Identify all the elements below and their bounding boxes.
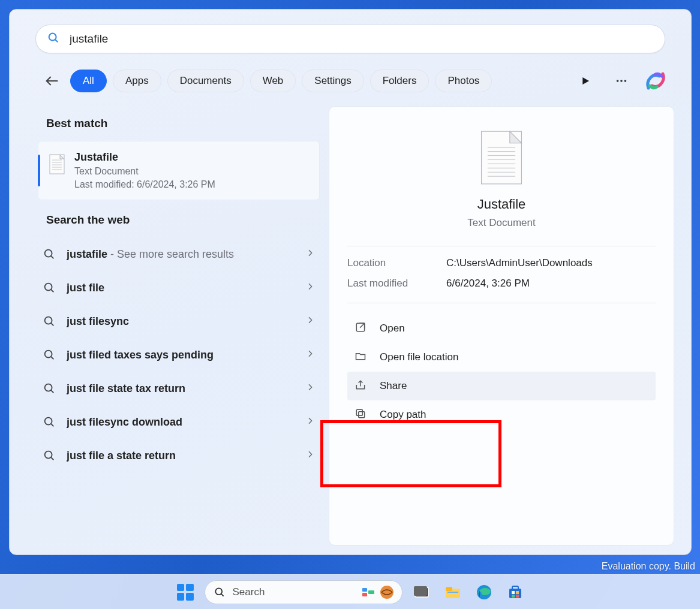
- file-explorer-icon[interactable]: [441, 580, 465, 604]
- web-suggestion[interactable]: just filed taxes says pending: [38, 338, 320, 372]
- suggestion-text: justafile - See more search results: [67, 248, 305, 261]
- chevron-right-icon: [305, 450, 315, 462]
- suggestion-text: just file a state return: [67, 450, 305, 462]
- suggestion-text: just filesync download: [67, 416, 305, 429]
- divider: [347, 246, 656, 246]
- svg-rect-42: [356, 409, 362, 415]
- result-modified: Last modified: 6/6/2024, 3:26 PM: [74, 179, 215, 190]
- web-suggestion[interactable]: just filesync download: [38, 405, 320, 439]
- web-suggestion[interactable]: just file state tax return: [38, 372, 320, 405]
- taskbar-search[interactable]: Search: [205, 580, 402, 604]
- meta-value: 6/6/2024, 3:26 PM: [446, 278, 656, 290]
- search-input[interactable]: [70, 32, 654, 46]
- svg-line-25: [51, 424, 53, 426]
- filter-row: AllAppsDocumentsWebSettingsFoldersPhotos: [19, 69, 682, 93]
- open-icon: [354, 321, 380, 336]
- meta-label: Last modified: [347, 278, 446, 290]
- result-title: Justafile: [74, 151, 215, 164]
- svg-marker-3: [582, 77, 589, 85]
- action-label: Open file location: [380, 351, 458, 363]
- task-view-icon[interactable]: [410, 580, 434, 604]
- filter-chip-web[interactable]: Web: [250, 70, 296, 92]
- svg-rect-46: [362, 593, 367, 596]
- filter-chip-settings[interactable]: Settings: [302, 70, 363, 92]
- svg-rect-51: [414, 586, 427, 596]
- svg-point-48: [380, 586, 393, 599]
- svg-point-0: [49, 34, 56, 41]
- search-icon: [214, 586, 226, 598]
- best-match-heading: Best match: [46, 117, 320, 130]
- svg-rect-45: [362, 588, 367, 592]
- svg-point-4: [617, 80, 619, 82]
- search-icon: [43, 315, 56, 328]
- filter-chip-all[interactable]: All: [70, 70, 107, 92]
- search-panel: AllAppsDocumentsWebSettingsFoldersPhotos…: [9, 9, 692, 555]
- filter-chip-apps[interactable]: Apps: [113, 70, 161, 92]
- folder-icon: [354, 350, 380, 365]
- meta-label: Location: [347, 257, 446, 269]
- filter-chip-photos[interactable]: Photos: [435, 70, 492, 92]
- chevron-right-icon: [305, 416, 315, 428]
- search-box[interactable]: [35, 25, 665, 53]
- svg-point-22: [45, 384, 52, 391]
- search-highlights-icon: [361, 584, 395, 600]
- copilot-icon[interactable]: [644, 69, 668, 93]
- meta-row: Last modified 6/6/2024, 3:26 PM: [347, 278, 656, 290]
- svg-rect-59: [516, 591, 519, 594]
- search-icon: [43, 415, 56, 429]
- back-button[interactable]: [44, 73, 61, 89]
- chat-launch-icon[interactable]: [576, 72, 594, 90]
- svg-point-6: [624, 80, 627, 82]
- web-suggestion[interactable]: just file a state return: [38, 439, 320, 472]
- svg-rect-61: [516, 595, 519, 598]
- svg-rect-58: [512, 591, 515, 594]
- svg-line-39: [360, 323, 365, 328]
- meta-row: Location C:\Users\AdminUser\Downloads: [347, 257, 656, 269]
- copy-icon: [354, 408, 380, 423]
- edge-icon[interactable]: [472, 580, 496, 604]
- svg-point-18: [45, 317, 52, 324]
- suggestion-text: just filesync: [67, 315, 305, 328]
- chevron-right-icon: [305, 382, 315, 394]
- more-options-icon[interactable]: [612, 72, 630, 90]
- filter-chip-documents[interactable]: Documents: [167, 70, 244, 92]
- action-share[interactable]: Share: [347, 372, 656, 400]
- svg-point-5: [620, 80, 623, 82]
- search-icon: [43, 248, 56, 261]
- svg-line-15: [51, 256, 53, 258]
- web-suggestion[interactable]: justafile - See more search results: [38, 237, 320, 271]
- web-suggestion[interactable]: just filesync: [38, 304, 320, 338]
- web-suggestion[interactable]: just file: [38, 271, 320, 304]
- svg-point-16: [45, 284, 52, 291]
- chevron-right-icon: [305, 248, 315, 260]
- action-label: Copy path: [380, 409, 426, 421]
- svg-line-23: [51, 390, 53, 393]
- search-icon: [43, 382, 56, 395]
- suggestion-text: just file state tax return: [67, 382, 305, 395]
- search-icon: [43, 281, 56, 294]
- taskbar: Search: [0, 574, 700, 609]
- best-match-result[interactable]: Justafile Text Document Last modified: 6…: [38, 141, 320, 200]
- start-button[interactable]: [173, 580, 197, 604]
- web-suggestions-list: justafile - See more search results just…: [38, 237, 320, 472]
- svg-rect-60: [512, 595, 515, 598]
- svg-point-20: [45, 351, 52, 358]
- store-icon[interactable]: [503, 580, 527, 604]
- svg-rect-41: [359, 411, 365, 417]
- svg-rect-54: [447, 592, 458, 593]
- filter-chip-folders[interactable]: Folders: [370, 70, 429, 92]
- results-column: Best match Justafile Text Document L: [19, 106, 329, 545]
- suggestion-text: just file: [67, 282, 305, 294]
- preview-type: Text Document: [347, 217, 656, 229]
- svg-line-17: [51, 290, 53, 292]
- divider: [347, 303, 656, 303]
- share-icon: [354, 379, 380, 394]
- svg-line-1: [55, 40, 58, 42]
- action-open-file-location[interactable]: Open file location: [347, 343, 656, 372]
- preview-file-icon: [480, 131, 522, 185]
- svg-point-43: [215, 588, 222, 595]
- action-open[interactable]: Open: [347, 314, 656, 343]
- svg-point-26: [45, 451, 52, 459]
- action-copy-path[interactable]: Copy path: [347, 400, 656, 429]
- svg-line-21: [51, 357, 53, 359]
